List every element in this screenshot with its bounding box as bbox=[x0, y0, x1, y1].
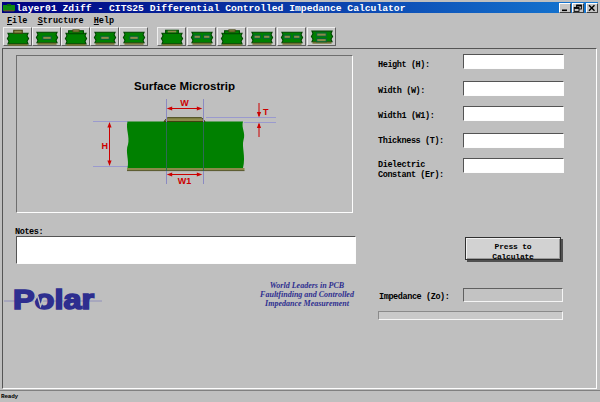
svg-text:T: T bbox=[263, 107, 269, 117]
svg-text:H: H bbox=[102, 141, 109, 151]
svg-text:W1: W1 bbox=[178, 176, 192, 186]
svg-text:W: W bbox=[180, 98, 189, 108]
svg-text:Polar: Polar bbox=[13, 285, 95, 313]
